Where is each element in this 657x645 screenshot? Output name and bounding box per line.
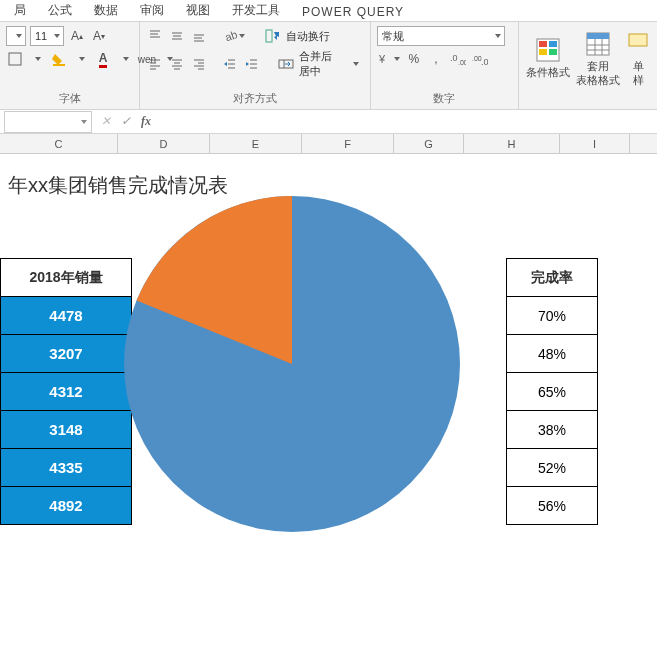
formula-input[interactable] bbox=[156, 111, 657, 133]
tab-developer[interactable]: 开发工具 bbox=[222, 0, 290, 21]
align-bottom-icon[interactable] bbox=[190, 26, 208, 46]
increase-font-icon[interactable]: A▴ bbox=[68, 26, 86, 46]
svg-text:ab: ab bbox=[223, 29, 237, 43]
table-row: 38% bbox=[507, 411, 598, 449]
orientation-icon[interactable]: ab bbox=[222, 26, 246, 46]
align-left-icon[interactable] bbox=[146, 54, 164, 74]
conditional-format-button[interactable]: 条件格式 bbox=[525, 28, 571, 88]
merge-label: 合并后居中 bbox=[299, 49, 342, 79]
formula-bar: ✕ ✓ fx bbox=[0, 110, 657, 134]
svg-text:¥: ¥ bbox=[378, 53, 386, 65]
tab-view[interactable]: 视图 bbox=[176, 0, 220, 21]
col-e[interactable]: E bbox=[210, 134, 302, 153]
svg-text:.0: .0 bbox=[450, 53, 458, 63]
svg-rect-42 bbox=[549, 49, 557, 55]
pie-chart[interactable] bbox=[122, 194, 462, 534]
name-box[interactable] bbox=[4, 111, 92, 133]
merge-icon[interactable] bbox=[277, 54, 295, 74]
font-dropdown[interactable] bbox=[6, 26, 26, 46]
accounting-icon[interactable]: ¥ bbox=[377, 49, 401, 69]
col-c[interactable]: C bbox=[0, 134, 118, 153]
decrease-font-icon[interactable]: A▾ bbox=[90, 26, 108, 46]
cell-styles-button[interactable]: 单样 bbox=[625, 28, 651, 88]
align-center-icon[interactable] bbox=[168, 54, 186, 74]
enter-icon[interactable]: ✓ bbox=[116, 112, 136, 132]
table-row: 70% bbox=[507, 297, 598, 335]
svg-rect-39 bbox=[539, 41, 547, 47]
format-table-button[interactable]: 套用表格格式 bbox=[575, 28, 621, 88]
table-row: 4478 bbox=[1, 297, 132, 335]
tab-layout[interactable]: 局 bbox=[4, 0, 36, 21]
comma-icon[interactable]: , bbox=[427, 49, 445, 69]
cancel-icon[interactable]: ✕ bbox=[96, 112, 116, 132]
border-dropdown[interactable] bbox=[28, 49, 46, 69]
rate-header: 完成率 bbox=[507, 259, 598, 297]
ribbon-tabs: 局 公式 数据 审阅 视图 开发工具 POWER QUERY bbox=[0, 0, 657, 22]
wrap-text-label: 自动换行 bbox=[286, 29, 330, 44]
table-row: 4335 bbox=[1, 449, 132, 487]
col-g[interactable]: G bbox=[394, 134, 464, 153]
col-f[interactable]: F bbox=[302, 134, 394, 153]
column-headers: C D E F G H I bbox=[0, 134, 657, 154]
font-size-dropdown[interactable]: 11 bbox=[30, 26, 64, 46]
wrap-text-icon[interactable] bbox=[264, 26, 282, 46]
group-label-font: 字体 bbox=[6, 89, 133, 109]
group-number: 常规 ¥ % , .0.00 .00.0 数字 bbox=[371, 22, 519, 109]
fill-color-dropdown[interactable] bbox=[72, 49, 90, 69]
tab-data[interactable]: 数据 bbox=[84, 0, 128, 21]
decrease-indent-icon[interactable] bbox=[221, 54, 239, 74]
table-row: 3207 bbox=[1, 335, 132, 373]
border-icon[interactable] bbox=[6, 49, 24, 69]
fx-icon[interactable]: fx bbox=[136, 112, 156, 132]
fill-color-icon[interactable] bbox=[50, 49, 68, 69]
increase-indent-icon[interactable] bbox=[243, 54, 261, 74]
svg-rect-49 bbox=[629, 34, 647, 46]
sales-table: 2018年销量 4478 3207 4312 3148 4335 4892 bbox=[0, 258, 132, 525]
table-row: 48% bbox=[507, 335, 598, 373]
increase-decimal-icon[interactable]: .0.00 bbox=[449, 49, 467, 69]
group-styles: 条件格式 套用表格格式 单样 bbox=[519, 22, 657, 109]
ribbon: 11 A▴ A▾ A wen 字体 bbox=[0, 22, 657, 110]
align-top-icon[interactable] bbox=[146, 26, 164, 46]
svg-rect-41 bbox=[539, 49, 547, 55]
sales-header: 2018年销量 bbox=[1, 259, 132, 297]
number-format-dropdown[interactable]: 常规 bbox=[377, 26, 505, 46]
worksheet[interactable]: 年xx集团销售完成情况表 2018年销量 4478 3207 4312 3148… bbox=[0, 154, 657, 645]
tab-power-query[interactable]: POWER QUERY bbox=[292, 2, 414, 21]
group-font: 11 A▴ A▾ A wen 字体 bbox=[0, 22, 140, 109]
tab-review[interactable]: 审阅 bbox=[130, 0, 174, 21]
group-label-alignment: 对齐方式 bbox=[146, 89, 364, 109]
table-row: 56% bbox=[507, 487, 598, 525]
table-row: 4312 bbox=[1, 373, 132, 411]
group-label-number: 数字 bbox=[377, 89, 512, 109]
svg-text:.0: .0 bbox=[481, 57, 488, 66]
svg-text:.00: .00 bbox=[458, 59, 466, 66]
table-row: 52% bbox=[507, 449, 598, 487]
svg-rect-1 bbox=[53, 64, 65, 66]
merge-dropdown[interactable] bbox=[346, 54, 364, 74]
group-alignment: ab 自动换行 合并后居中 对齐方式 bbox=[140, 22, 371, 109]
table-row: 4892 bbox=[1, 487, 132, 525]
svg-rect-0 bbox=[9, 53, 21, 65]
rate-table: 完成率 70% 48% 65% 38% 52% 56% bbox=[506, 258, 598, 525]
font-color-icon[interactable]: A bbox=[94, 49, 112, 69]
col-d[interactable]: D bbox=[118, 134, 210, 153]
font-color-dropdown[interactable] bbox=[116, 49, 134, 69]
percent-icon[interactable]: % bbox=[405, 49, 423, 69]
svg-rect-44 bbox=[587, 33, 609, 39]
table-row: 3148 bbox=[1, 411, 132, 449]
group-label-styles bbox=[525, 104, 651, 109]
svg-rect-12 bbox=[266, 30, 272, 42]
svg-rect-40 bbox=[549, 41, 557, 47]
align-middle-icon[interactable] bbox=[168, 26, 186, 46]
tab-formulas[interactable]: 公式 bbox=[38, 0, 82, 21]
col-h[interactable]: H bbox=[464, 134, 560, 153]
table-row: 65% bbox=[507, 373, 598, 411]
col-i[interactable]: I bbox=[560, 134, 630, 153]
decrease-decimal-icon[interactable]: .00.0 bbox=[471, 49, 489, 69]
align-right-icon[interactable] bbox=[190, 54, 208, 74]
